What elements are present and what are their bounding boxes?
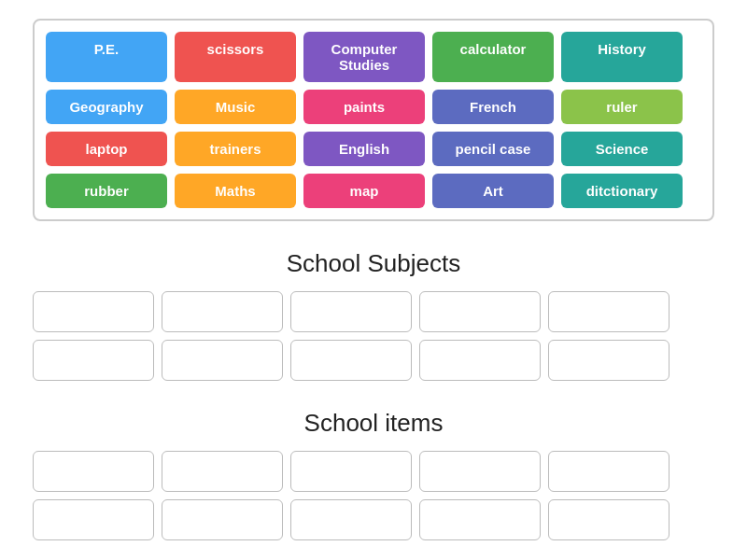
word-tile-history[interactable]: History	[561, 32, 683, 82]
word-tile-maths[interactable]: Maths	[175, 174, 296, 208]
drop-cell[interactable]	[33, 499, 154, 540]
drop-cell[interactable]	[33, 291, 154, 332]
word-tile-music[interactable]: Music	[175, 90, 296, 124]
word-tile-science[interactable]: Science	[561, 132, 683, 166]
word-tile-map[interactable]: map	[303, 174, 425, 208]
word-tile-geography[interactable]: Geography	[46, 90, 167, 124]
word-tile-paints[interactable]: paints	[303, 90, 425, 124]
section-title-school-items: School items	[33, 409, 714, 438]
drop-cell[interactable]	[290, 451, 412, 492]
drop-cell[interactable]	[290, 499, 412, 540]
drop-cell[interactable]	[419, 499, 541, 540]
word-tile-pencil-case[interactable]: pencil case	[432, 132, 554, 166]
drop-cell[interactable]	[548, 451, 669, 492]
drop-cell[interactable]	[33, 451, 154, 492]
drop-cell[interactable]	[419, 340, 541, 381]
drop-grid-school-subjects	[33, 291, 714, 381]
drop-cell[interactable]	[162, 291, 283, 332]
word-tile-rubber[interactable]: rubber	[46, 174, 167, 208]
word-bank: P.E.scissorsComputer StudiescalculatorHi…	[33, 19, 714, 221]
drop-cell[interactable]	[290, 291, 412, 332]
drop-cell[interactable]	[548, 340, 669, 381]
word-tile-calculator[interactable]: calculator	[432, 32, 554, 82]
drop-grid-school-items	[33, 451, 714, 540]
drop-cell[interactable]	[162, 451, 283, 492]
drop-cell[interactable]	[419, 291, 541, 332]
word-tile-art[interactable]: Art	[432, 174, 554, 208]
word-tile-computer-studies[interactable]: Computer Studies	[303, 32, 425, 82]
drop-cell[interactable]	[419, 451, 541, 492]
word-tile-french[interactable]: French	[432, 90, 554, 124]
drop-cell[interactable]	[548, 499, 669, 540]
drop-cell[interactable]	[290, 340, 412, 381]
word-tile-laptop[interactable]: laptop	[46, 132, 167, 166]
word-tile-scissors[interactable]: scissors	[175, 32, 296, 82]
word-tile-english[interactable]: English	[303, 132, 425, 166]
section-title-school-subjects: School Subjects	[33, 249, 714, 278]
word-tile-ruler[interactable]: ruler	[561, 90, 683, 124]
word-tile-pe[interactable]: P.E.	[46, 32, 167, 82]
drop-cell[interactable]	[33, 340, 154, 381]
drop-cell[interactable]	[162, 340, 283, 381]
drop-cell[interactable]	[162, 499, 283, 540]
word-tile-trainers[interactable]: trainers	[175, 132, 296, 166]
drop-cell[interactable]	[548, 291, 669, 332]
word-tile-dictionary[interactable]: ditctionary	[561, 174, 683, 208]
